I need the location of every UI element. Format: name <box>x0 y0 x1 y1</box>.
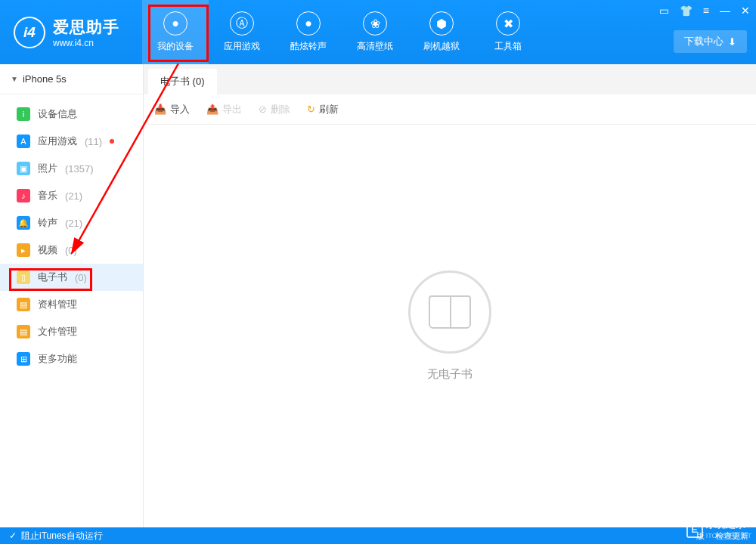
sidebar-item-icon: ▤ <box>17 325 30 338</box>
sidebar-item-label: 视频 <box>38 243 57 257</box>
export-button: 📤 导出 <box>206 103 242 116</box>
nav-tab-my-device[interactable]: ●我的设备 <box>142 0 209 64</box>
sidebar-item-count: (21) <box>65 190 82 202</box>
nav-tabs: ●我的设备Ⓐ应用游戏●酷炫铃声❀高清壁纸⬢刷机越狱✖工具箱 <box>142 0 541 64</box>
nav-tab-wallpapers[interactable]: ❀高清壁纸 <box>342 0 408 64</box>
watermark-logo-icon: E <box>686 521 703 538</box>
download-icon: ⬇ <box>728 36 736 48</box>
watermark: E 系统之家 ITONG更新.ET <box>686 518 751 541</box>
delete-label: 删除 <box>271 103 290 116</box>
sidebar-item-icon: ⊞ <box>17 352 30 366</box>
tab-ebooks[interactable]: 电子书 (0) <box>148 69 217 94</box>
sidebar-item-label: 铃声 <box>38 216 57 230</box>
sidebar-item-icon: ▣ <box>17 162 30 175</box>
book-icon <box>429 295 471 329</box>
empty-state-icon <box>408 270 491 354</box>
skin-icon[interactable]: 👕 <box>680 5 692 17</box>
sidebar-item-count: (11) <box>85 136 102 147</box>
sidebar-item-count: (21) <box>65 218 82 229</box>
window-controls: ▭ 👕 ≡ — ✕ <box>659 5 750 17</box>
export-icon: 📤 <box>206 104 218 115</box>
watermark-brand: 系统之家 <box>706 518 751 531</box>
sidebar-item-3[interactable]: ♪ 音乐 (21) <box>0 182 143 209</box>
nav-tab-toolbox[interactable]: ✖工具箱 <box>475 0 541 64</box>
delete-button: ⊘ 删除 <box>259 103 290 116</box>
sidebar-item-label: 资料管理 <box>38 298 77 311</box>
sidebar-item-icon: ▤ <box>17 298 30 311</box>
watermark-sub: ITONG更新.ET <box>706 531 751 541</box>
sidebar-item-icon: ▯ <box>17 270 30 284</box>
box-icon: ⬢ <box>429 11 454 36</box>
toolbar: 📥 导入 📤 导出 ⊘ 删除 ↻ 刷新 <box>144 94 756 125</box>
empty-state-text: 无电子书 <box>427 367 472 382</box>
sidebar-item-label: 音乐 <box>38 189 57 202</box>
minimize-icon[interactable]: — <box>720 5 730 17</box>
import-icon: 📥 <box>154 104 166 115</box>
nav-tab-label: 工具箱 <box>494 40 522 53</box>
menu-icon[interactable]: ≡ <box>703 5 709 17</box>
sidebar-item-label: 设备信息 <box>38 107 77 121</box>
sidebar-item-5[interactable]: ▸ 视频 (0) <box>0 236 143 264</box>
sidebar-item-4[interactable]: 🔔 铃声 (21) <box>0 209 143 236</box>
sidebar: ▼ iPhone 5s i 设备信息 A 应用游戏 (11) ▣ 照片 (135… <box>0 64 144 527</box>
app-url: www.i4.cn <box>53 38 119 48</box>
sidebar-item-9[interactable]: ⊞ 更多功能 <box>0 345 143 372</box>
sidebar-item-label: 更多功能 <box>38 352 77 366</box>
nav-tab-label: 刷机越狱 <box>423 40 460 53</box>
chevron-down-icon: ▼ <box>11 75 18 83</box>
device-selector[interactable]: ▼ iPhone 5s <box>0 64 143 94</box>
nav-tab-label: 酷炫铃声 <box>290 40 327 53</box>
sidebar-item-6[interactable]: ▯ 电子书 (0) <box>0 264 143 291</box>
empty-state: 无电子书 <box>144 125 756 527</box>
sidebar-item-icon: ♪ <box>17 189 30 202</box>
logo-area: i4 爱思助手 www.i4.cn <box>0 17 133 48</box>
nav-tab-label: 应用游戏 <box>224 40 260 53</box>
sidebar-item-label: 电子书 <box>38 270 67 284</box>
sidebar-item-icon: ▸ <box>17 243 30 257</box>
tab-label: 电子书 (0) <box>160 75 205 88</box>
apple-icon: ● <box>163 11 187 36</box>
sidebar-item-icon: i <box>17 107 30 121</box>
sidebar-item-count: (1357) <box>65 163 94 175</box>
nav-tab-label: 高清壁纸 <box>357 40 393 53</box>
refresh-label: 刷新 <box>319 103 339 116</box>
sidebar-item-7[interactable]: ▤ 资料管理 <box>0 291 143 318</box>
sidebar-item-8[interactable]: ▤ 文件管理 <box>0 318 143 345</box>
sidebar-item-1[interactable]: A 应用游戏 (11) <box>0 128 143 155</box>
export-label: 导出 <box>222 103 242 116</box>
app-title: 爱思助手 <box>53 17 119 38</box>
nav-tab-jailbreak[interactable]: ⬢刷机越狱 <box>408 0 475 64</box>
appstore-icon: Ⓐ <box>230 11 254 36</box>
refresh-icon: ↻ <box>307 104 315 115</box>
sidebar-item-icon: A <box>17 134 30 148</box>
feedback-icon[interactable]: ▭ <box>659 5 669 17</box>
status-bar: ✓ 阻止iTunes自动运行 版 检查更新 <box>0 527 756 544</box>
wrench-icon: ✖ <box>496 11 520 36</box>
import-button[interactable]: 📥 导入 <box>154 103 190 116</box>
sidebar-item-label: 照片 <box>38 162 57 175</box>
content-tab-strip: 电子书 (0) <box>144 64 756 94</box>
nav-tab-apps[interactable]: Ⓐ应用游戏 <box>209 0 275 64</box>
bell-icon: ● <box>296 11 321 36</box>
content-area: 电子书 (0) 📥 导入 📤 导出 ⊘ 删除 ↻ 刷新 <box>144 64 756 527</box>
refresh-button[interactable]: ↻ 刷新 <box>307 103 339 116</box>
itunes-block-label[interactable]: 阻止iTunes自动运行 <box>21 530 103 542</box>
sidebar-item-2[interactable]: ▣ 照片 (1357) <box>0 155 143 182</box>
sidebar-item-count: (0) <box>75 272 87 283</box>
close-icon[interactable]: ✕ <box>741 5 750 17</box>
nav-tab-label: 我的设备 <box>157 40 194 53</box>
download-center-label: 下载中心 <box>684 35 723 48</box>
flower-icon: ❀ <box>363 11 387 36</box>
check-icon: ✓ <box>9 530 17 541</box>
app-header: i4 爱思助手 www.i4.cn ●我的设备Ⓐ应用游戏●酷炫铃声❀高清壁纸⬢刷… <box>0 0 756 64</box>
import-label: 导入 <box>170 103 190 116</box>
sidebar-item-icon: 🔔 <box>17 216 30 230</box>
notification-badge <box>110 139 114 144</box>
sidebar-item-0[interactable]: i 设备信息 <box>0 100 143 128</box>
sidebar-item-label: 应用游戏 <box>38 134 77 148</box>
delete-icon: ⊘ <box>259 104 267 115</box>
app-logo-icon: i4 <box>14 17 45 48</box>
download-center-button[interactable]: 下载中心 ⬇ <box>674 30 747 53</box>
sidebar-item-label: 文件管理 <box>38 325 77 338</box>
nav-tab-ringtones[interactable]: ●酷炫铃声 <box>275 0 342 64</box>
